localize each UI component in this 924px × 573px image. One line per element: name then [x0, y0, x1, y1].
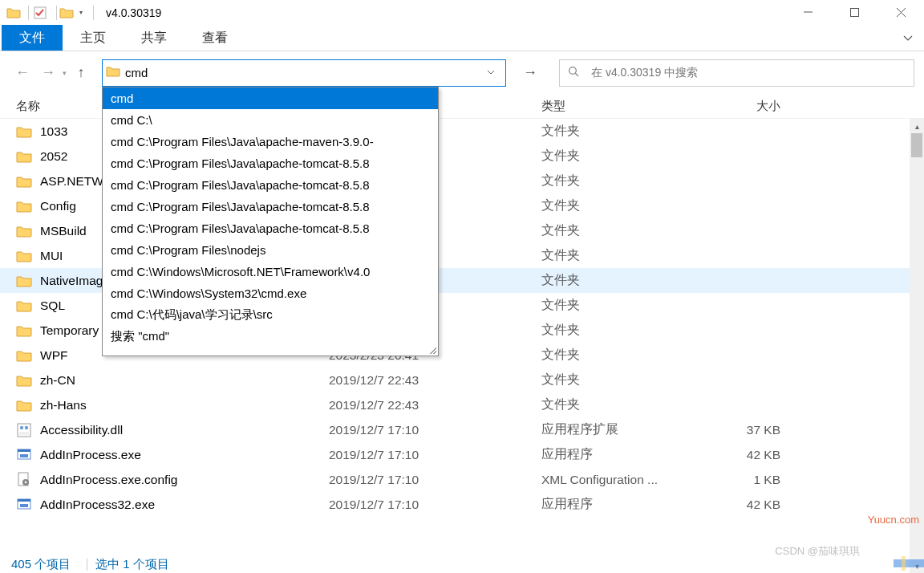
folder-icon: [16, 372, 32, 388]
address-bar[interactable]: [102, 59, 506, 87]
file-name: 2052: [40, 149, 67, 164]
file-type: 文件夹: [541, 173, 702, 189]
file-date: 2019/12/7 17:10: [313, 498, 541, 512]
file-name: MUI: [40, 249, 63, 263]
folder-icon: [16, 347, 32, 364]
folder-icon: [16, 148, 32, 165]
scroll-thumb[interactable]: [911, 133, 922, 157]
file-type: 应用程序: [541, 496, 702, 513]
suggestion-item[interactable]: 搜索 "cmd": [103, 326, 438, 347]
svg-rect-2: [850, 9, 858, 17]
file-type: 文件夹: [541, 297, 702, 314]
properties-checkbox-icon[interactable]: [31, 4, 49, 22]
file-row[interactable]: AddInProcess32.exe2019/12/7 17:10应用程序42 …: [0, 492, 924, 517]
search-box[interactable]: 在 v4.0.30319 中搜索: [559, 59, 914, 87]
svg-point-8: [20, 425, 23, 429]
folder-icon: [16, 173, 32, 189]
window-title: v4.0.30319: [96, 6, 161, 19]
suggestion-item[interactable]: cmd C:\Program Files\Java\apache-tomcat-…: [103, 196, 438, 217]
exe-icon: [16, 497, 32, 513]
file-type: 文件夹: [541, 148, 702, 165]
file-name: AddInProcess.exe.config: [40, 473, 177, 487]
svg-rect-12: [18, 449, 30, 452]
folder-icon: [6, 6, 21, 20]
dll-icon: [16, 422, 32, 438]
file-type: 文件夹: [541, 197, 702, 214]
exe-icon: [16, 447, 32, 463]
back-button[interactable]: ←: [10, 60, 35, 86]
file-type: 文件夹: [541, 123, 702, 140]
folder-icon: [16, 248, 32, 264]
file-type: 文件夹: [541, 347, 702, 364]
ribbon-expand-icon[interactable]: [892, 25, 924, 51]
file-name: AddInProcess.exe: [40, 448, 141, 462]
file-type: 文件夹: [541, 247, 702, 264]
address-suggestions-dropdown: cmdcmd C:\cmd C:\Program Files\Java\apac…: [102, 87, 439, 356]
file-name: zh-CN: [40, 373, 75, 388]
suggestion-item[interactable]: cmd C:\Windows\Microsoft.NET\Framework\v…: [103, 261, 438, 282]
suggestion-item[interactable]: cmd: [103, 87, 438, 109]
file-type: 文件夹: [541, 222, 702, 239]
scroll-up-icon[interactable]: ▴: [910, 119, 924, 133]
file-row[interactable]: AddInProcess.exe.config2019/12/7 17:10XM…: [0, 467, 924, 492]
address-input[interactable]: [125, 62, 480, 84]
tab-file[interactable]: 文件: [2, 25, 63, 51]
maximize-button[interactable]: [831, 0, 877, 25]
ribbon-tabs: 文件 主页 共享 查看: [0, 25, 924, 51]
folder-icon: [16, 198, 32, 214]
svg-line-6: [575, 73, 578, 76]
file-row[interactable]: AddInProcess.exe2019/12/7 17:10应用程序42 KB: [0, 442, 924, 467]
suggestion-item[interactable]: cmd C:\Windows\System32\cmd.exe: [103, 282, 438, 304]
file-name: Config: [40, 199, 76, 213]
resize-grip-icon[interactable]: [428, 346, 436, 354]
svg-rect-18: [18, 499, 30, 502]
file-name: Accessibility.dll: [40, 423, 123, 437]
svg-rect-13: [20, 454, 28, 457]
vertical-scrollbar[interactable]: ▴ ▾: [910, 119, 924, 573]
suggestion-item[interactable]: cmd C:\Program Files\nodejs: [103, 239, 438, 261]
file-name: zh-Hans: [40, 398, 87, 412]
folder-icon: [16, 124, 32, 140]
tab-share[interactable]: 共享: [124, 25, 184, 51]
suggestion-item[interactable]: cmd C:\代码\java\学习记录\src: [103, 304, 438, 326]
up-button[interactable]: ↑: [68, 60, 94, 86]
suggestion-item[interactable]: cmd C:\Program Files\Java\apache-maven-3…: [103, 131, 438, 152]
tab-home[interactable]: 主页: [63, 25, 124, 51]
folder-icon: [16, 323, 32, 339]
qat-divider: [56, 6, 57, 20]
file-name: AddInProcess32.exe: [40, 498, 155, 512]
qat-dropdown-icon[interactable]: ▾: [76, 9, 86, 16]
title-bar: ▾ v4.0.30319: [0, 0, 924, 25]
forward-button[interactable]: →: [35, 60, 61, 86]
suggestion-item[interactable]: cmd C:\: [103, 109, 438, 131]
suggestion-item[interactable]: cmd C:\Program Files\Java\apache-tomcat-…: [103, 217, 438, 239]
column-type[interactable]: 类型: [541, 99, 702, 114]
status-selection: 选中 1 个项目: [95, 557, 169, 572]
tab-view[interactable]: 查看: [184, 25, 245, 51]
folder-icon: [16, 298, 32, 314]
go-button[interactable]: →: [516, 59, 545, 87]
quick-access-toolbar: ▾: [0, 4, 96, 22]
file-row[interactable]: zh-CN2019/12/7 22:43文件夹: [0, 368, 924, 392]
column-size[interactable]: 大小: [702, 99, 814, 114]
file-size: 42 KB: [702, 498, 814, 512]
folder-icon: [106, 64, 120, 81]
suggestion-item[interactable]: cmd C:\Program Files\Java\apache-tomcat-…: [103, 174, 438, 196]
suggestion-item[interactable]: cmd C:\Program Files\Java\apache-tomcat-…: [103, 152, 438, 174]
status-item-count: 405 个项目: [11, 557, 71, 572]
file-type: 应用程序扩展: [541, 421, 702, 438]
file-row[interactable]: zh-Hans2019/12/7 22:43文件夹: [0, 392, 924, 417]
file-size: 42 KB: [702, 448, 814, 462]
file-name: MSBuild: [40, 224, 87, 238]
close-button[interactable]: [877, 0, 924, 25]
config-icon: [16, 472, 32, 488]
file-row[interactable]: Accessibility.dll2019/12/7 17:10应用程序扩展37…: [0, 417, 924, 442]
qat-divider: [93, 6, 94, 20]
minimize-button[interactable]: [784, 0, 831, 25]
history-dropdown-icon[interactable]: ▾: [61, 69, 68, 77]
file-date: 2019/12/7 17:10: [313, 423, 541, 437]
search-icon: [568, 66, 580, 80]
address-dropdown-icon[interactable]: [480, 68, 502, 78]
file-date: 2019/12/7 22:43: [313, 373, 541, 388]
folder-icon: [16, 223, 32, 239]
